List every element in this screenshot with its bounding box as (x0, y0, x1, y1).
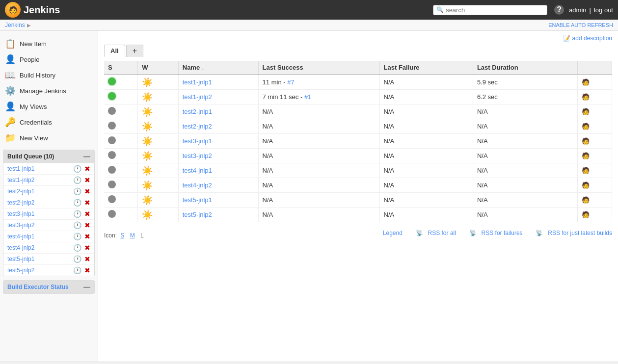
job-link[interactable]: test1-jnlp2 (183, 93, 212, 101)
admin-link[interactable]: admin (569, 6, 586, 14)
job-link[interactable]: test4-jnlp2 (183, 182, 212, 189)
job-link[interactable]: test5-jnlp2 (183, 211, 212, 218)
cancel-queue-icon[interactable]: ✖ (84, 244, 90, 252)
action-cell: 🧑 (578, 149, 612, 163)
weather-icon: ☀️ (142, 210, 153, 220)
row-rss-icon[interactable]: 🧑 (582, 182, 590, 189)
logo-icon: 🧑 (5, 2, 21, 18)
row-rss-icon[interactable]: 🧑 (582, 152, 590, 159)
job-link[interactable]: test2-jnlp1 (183, 108, 212, 115)
manage-jenkins-icon: ⚙️ (5, 85, 16, 96)
build-executor-section: Build Executor Status — (3, 280, 95, 294)
build-executor-link[interactable]: Build Executor Status (7, 284, 69, 290)
job-link[interactable]: test3-jnlp2 (183, 152, 212, 159)
weather-icon: ☀️ (142, 166, 153, 176)
row-rss-icon[interactable]: 🧑 (582, 78, 590, 86)
build-queue-header[interactable]: Build Queue (10) — (3, 150, 94, 163)
rss-all-link[interactable]: RSS for all (428, 230, 456, 236)
queue-link[interactable]: test3-jnlp2 (7, 222, 70, 229)
help-icon[interactable]: ? (554, 5, 564, 15)
cancel-queue-icon[interactable]: ✖ (84, 176, 90, 184)
sidebar-item-new-view[interactable]: 📁 New View (0, 130, 98, 146)
job-link[interactable]: test4-jnlp1 (183, 167, 212, 174)
row-rss-icon[interactable]: 🧑 (582, 167, 590, 174)
queue-link[interactable]: test2-jnlp2 (7, 199, 70, 206)
status-indicator (108, 166, 116, 174)
build-queue-collapse-btn[interactable]: — (83, 153, 90, 160)
cancel-queue-icon[interactable]: ✖ (84, 199, 90, 207)
row-rss-icon[interactable]: 🧑 (582, 123, 590, 130)
rss-failures-link[interactable]: RSS for failures (482, 230, 523, 236)
row-rss-icon[interactable]: 🧑 (582, 93, 590, 101)
add-description-link[interactable]: 📝 add description (563, 35, 612, 42)
cancel-queue-icon[interactable]: ✖ (84, 165, 90, 173)
col-header-name[interactable]: Name ↓ (178, 61, 258, 75)
table-header-row: S W Name ↓ Last Success Last Failure Las… (104, 61, 612, 75)
clock-icon: 🕐 (73, 187, 81, 195)
weather-cell: ☀️ (138, 75, 179, 90)
build-executor-collapse-btn[interactable]: — (83, 283, 90, 291)
build-history-icon: 📖 (5, 70, 16, 80)
cancel-queue-icon[interactable]: ✖ (84, 221, 90, 229)
queue-link[interactable]: test3-jnlp1 (7, 210, 70, 217)
build-executor-header[interactable]: Build Executor Status — (3, 281, 94, 293)
search-input[interactable] (446, 6, 544, 14)
last-success-link[interactable]: #7 (287, 78, 294, 86)
breadcrumb-jenkins-link[interactable]: Jenkins (5, 22, 25, 28)
row-rss-icon[interactable]: 🧑 (582, 108, 590, 115)
rss-links: Legend 📡 RSS for all 📡 RSS for failures … (383, 230, 612, 236)
row-rss-icon[interactable]: 🧑 (582, 196, 590, 204)
sidebar-item-my-views[interactable]: 👤 My Views (0, 99, 98, 114)
rss-latest-link[interactable]: RSS for just latest builds (548, 230, 612, 236)
add-description-label: add description (572, 35, 612, 42)
job-link[interactable]: test5-jnlp1 (183, 196, 212, 204)
legend-link[interactable]: Legend (383, 230, 403, 236)
sidebar-item-credentials[interactable]: 🔑 Credentials (0, 114, 98, 130)
action-cell: 🧑 (578, 134, 612, 149)
last-success-link[interactable]: #1 (304, 93, 311, 101)
cancel-queue-icon[interactable]: ✖ (84, 233, 90, 240)
last-failure-cell: N/A (379, 208, 473, 222)
queue-link[interactable]: test4-jnlp2 (7, 244, 70, 251)
queue-link[interactable]: test2-jnlp1 (7, 188, 70, 195)
queue-link[interactable]: test5-jnlp1 (7, 256, 70, 262)
row-rss-icon[interactable]: 🧑 (582, 137, 590, 145)
sidebar-item-new-item[interactable]: 📋 New Item (0, 36, 98, 52)
icon-size-s[interactable]: S (120, 232, 124, 239)
weather-icon: ☀️ (142, 195, 153, 205)
tab-plus[interactable]: + (126, 45, 143, 57)
row-rss-icon[interactable]: 🧑 (582, 211, 590, 218)
last-success-cell: N/A (258, 149, 379, 163)
tab-all[interactable]: All (104, 45, 125, 57)
queue-link[interactable]: test5-jnlp2 (7, 267, 70, 274)
queue-item: test4-jnlp2 🕐 ✖ (3, 242, 94, 253)
cancel-queue-icon[interactable]: ✖ (84, 187, 90, 195)
search-icon: 🔍 (436, 6, 444, 13)
auto-refresh-link[interactable]: ENABLE AUTO REFRESH (548, 22, 613, 28)
col-header-last-failure: Last Failure (379, 61, 473, 75)
sidebar-item-people[interactable]: 👤 People (0, 52, 98, 67)
sidebar-label-build-history: Build History (20, 72, 55, 79)
clock-icon: 🕐 (73, 255, 81, 263)
sidebar-item-build-history[interactable]: 📖 Build History (0, 67, 98, 83)
queue-link[interactable]: test4-jnlp1 (7, 233, 70, 240)
last-failure-cell: N/A (379, 134, 473, 149)
logo-link[interactable]: 🧑 Jenkins (5, 2, 60, 18)
job-link[interactable]: test3-jnlp1 (183, 137, 212, 145)
icon-legend: Icon: S M L (104, 232, 146, 239)
queue-link[interactable]: test1-jnlp1 (7, 165, 70, 172)
sidebar-item-manage-jenkins[interactable]: ⚙️ Manage Jenkins (0, 83, 98, 99)
icon-size-m[interactable]: M (130, 232, 135, 239)
weather-cell: ☀️ (138, 119, 179, 134)
logout-link[interactable]: log out (594, 6, 613, 14)
cancel-queue-icon[interactable]: ✖ (84, 255, 90, 263)
rss-icon-all: 📡 (416, 230, 423, 236)
queue-link[interactable]: test1-jnlp2 (7, 177, 70, 183)
queue-item: test5-jnlp1 🕐 ✖ (3, 253, 94, 264)
sidebar-label-new-item: New Item (20, 40, 47, 48)
build-queue-title: Build Queue (10) (7, 153, 54, 160)
cancel-queue-icon[interactable]: ✖ (84, 210, 90, 218)
cancel-queue-icon[interactable]: ✖ (84, 266, 90, 274)
job-link[interactable]: test2-jnlp2 (183, 123, 212, 130)
job-link[interactable]: test1-jnlp1 (183, 78, 212, 86)
